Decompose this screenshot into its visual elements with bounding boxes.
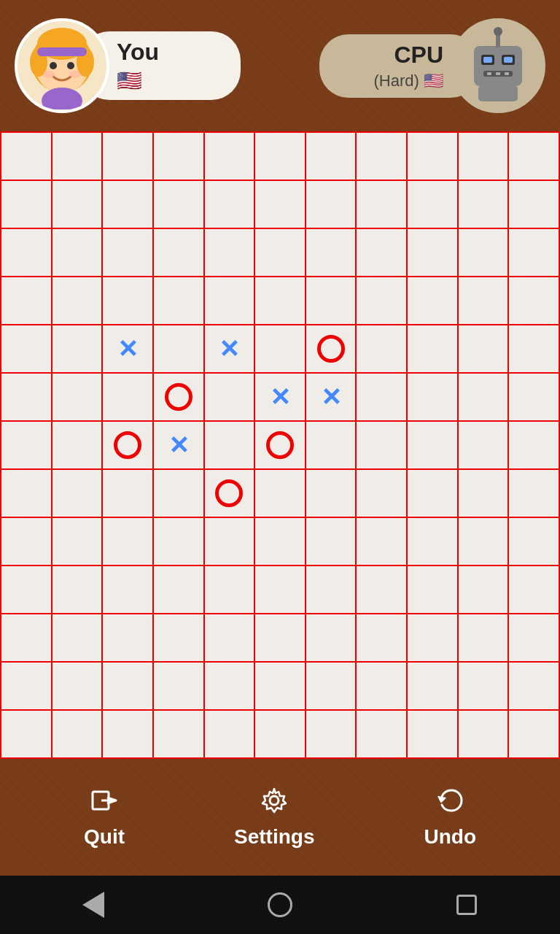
board-cell[interactable] (357, 277, 408, 325)
board-cell[interactable] (103, 614, 154, 663)
board-cell[interactable] (1, 470, 52, 518)
board-cell[interactable] (459, 374, 510, 422)
board-cell[interactable] (459, 711, 510, 759)
board-cell[interactable] (306, 614, 357, 663)
board-cell[interactable] (408, 518, 459, 566)
board-cell[interactable] (509, 229, 560, 277)
board-cell[interactable] (1, 518, 52, 566)
nav-home-button[interactable] (262, 887, 298, 923)
board-cell[interactable] (52, 663, 104, 711)
board-cell[interactable] (255, 614, 306, 663)
board-cell[interactable] (255, 181, 306, 229)
board-cell[interactable] (255, 566, 306, 614)
board-cell[interactable] (154, 614, 205, 663)
board-cell[interactable] (103, 566, 154, 614)
board-cell[interactable] (459, 229, 510, 277)
board-cell[interactable] (459, 422, 510, 470)
board-cell[interactable] (1, 181, 52, 229)
board-cell[interactable]: ✕ (205, 325, 256, 374)
board-cell[interactable] (408, 277, 459, 325)
board-cell[interactable]: ✕ (103, 325, 154, 374)
board-cell[interactable] (408, 422, 459, 470)
board-cell[interactable] (306, 566, 357, 614)
board-cell[interactable] (1, 566, 52, 614)
board-cell[interactable] (154, 518, 205, 566)
board-cell[interactable] (52, 711, 104, 759)
board-cell[interactable] (306, 325, 357, 374)
board-cell[interactable] (1, 374, 52, 422)
board-cell[interactable] (306, 422, 357, 470)
board-cell[interactable] (509, 663, 560, 711)
board-cell[interactable] (306, 181, 357, 229)
board-cell[interactable] (52, 133, 104, 181)
board-cell[interactable] (154, 133, 205, 181)
board-cell[interactable] (52, 566, 104, 614)
board-cell[interactable] (357, 663, 408, 711)
board-cell[interactable] (205, 422, 256, 470)
board-cell[interactable] (255, 518, 306, 566)
board-cell[interactable] (103, 663, 154, 711)
board-cell[interactable] (255, 663, 306, 711)
board-cell[interactable] (459, 133, 510, 181)
board-cell[interactable] (509, 133, 560, 181)
board-cell[interactable] (509, 181, 560, 229)
board-cell[interactable]: ✕ (154, 422, 205, 470)
board-cell[interactable] (509, 422, 560, 470)
board-cell[interactable]: ✕ (255, 374, 306, 422)
board-cell[interactable]: ✕ (306, 374, 357, 422)
board-cell[interactable] (255, 229, 306, 277)
board-cell[interactable] (408, 663, 459, 711)
board-cell[interactable] (103, 277, 154, 325)
board-cell[interactable] (408, 711, 459, 759)
board-cell[interactable] (52, 181, 104, 229)
board-cell[interactable] (408, 181, 459, 229)
board-cell[interactable] (509, 470, 560, 518)
board-cell[interactable] (357, 181, 408, 229)
board-cell[interactable] (459, 325, 510, 374)
board-cell[interactable] (306, 229, 357, 277)
board-cell[interactable] (154, 566, 205, 614)
board-cell[interactable] (52, 614, 104, 663)
board-cell[interactable] (357, 566, 408, 614)
board-cell[interactable] (103, 133, 154, 181)
board-cell[interactable] (459, 663, 510, 711)
board-cell[interactable] (408, 133, 459, 181)
board-cell[interactable] (103, 518, 154, 566)
board-cell[interactable] (52, 518, 104, 566)
board-cell[interactable] (509, 325, 560, 374)
board-cell[interactable] (1, 325, 52, 374)
board-cell[interactable] (306, 518, 357, 566)
board-cell[interactable] (205, 181, 256, 229)
board-cell[interactable] (408, 470, 459, 518)
board-cell[interactable] (1, 229, 52, 277)
board-cell[interactable] (154, 229, 205, 277)
board-cell[interactable] (357, 470, 408, 518)
game-board[interactable]: ✕✕✕✕✕ (0, 131, 560, 759)
board-cell[interactable] (103, 229, 154, 277)
board-cell[interactable] (1, 711, 52, 759)
board-cell[interactable] (205, 711, 256, 759)
board-cell[interactable] (154, 663, 205, 711)
board-cell[interactable] (154, 325, 205, 374)
board-cell[interactable] (255, 711, 306, 759)
board-cell[interactable] (509, 614, 560, 663)
board-cell[interactable] (459, 181, 510, 229)
board-cell[interactable] (205, 133, 256, 181)
board-cell[interactable] (255, 277, 306, 325)
board-cell[interactable] (1, 133, 52, 181)
board-cell[interactable] (408, 566, 459, 614)
board-cell[interactable] (52, 325, 104, 374)
board-cell[interactable] (306, 711, 357, 759)
board-cell[interactable] (357, 229, 408, 277)
board-cell[interactable] (103, 374, 154, 422)
board-cell[interactable] (103, 422, 154, 470)
board-cell[interactable] (408, 229, 459, 277)
board-cell[interactable] (509, 277, 560, 325)
board-cell[interactable] (306, 277, 357, 325)
board-cell[interactable] (357, 133, 408, 181)
board-cell[interactable] (509, 711, 560, 759)
board-cell[interactable] (205, 277, 256, 325)
nav-recent-button[interactable] (448, 887, 485, 923)
board-cell[interactable] (509, 518, 560, 566)
board-cell[interactable] (103, 711, 154, 759)
